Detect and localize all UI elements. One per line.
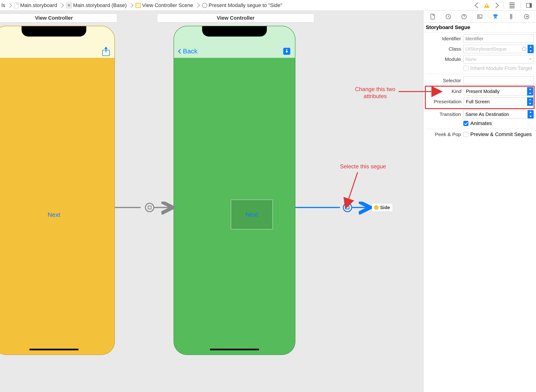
module-select[interactable]: None: [463, 55, 534, 63]
crumb-text: View Controller Scene: [142, 2, 193, 9]
segue-node-show[interactable]: [145, 203, 154, 212]
animates-checkbox[interactable]: [463, 121, 469, 126]
inspector-section-title: Storyboard Segue: [423, 23, 536, 33]
selector-input[interactable]: [463, 76, 534, 85]
inspector-panel: Storyboard Segue Identifier Class UIStor…: [423, 11, 536, 392]
scene-title-text: View Controller: [35, 15, 73, 21]
svg-rect-11: [478, 15, 479, 16]
segue-kind-icon: [346, 205, 349, 209]
crumb-segue[interactable]: Present Modally segue to "Side": [202, 2, 282, 9]
field-label: Module: [426, 56, 463, 62]
field-label: Peek & Pop: [426, 132, 463, 137]
svg-line-4: [348, 172, 358, 201]
crumb-text: Main.storyboard (Base): [73, 2, 127, 9]
class-select[interactable]: UIStoryboardSegue: [463, 45, 521, 53]
row-module: Module None: [426, 55, 534, 63]
kind-stepper[interactable]: [527, 87, 533, 96]
segue-node-present-modally[interactable]: [343, 203, 352, 212]
phone-preview[interactable]: Next: [0, 26, 115, 355]
inherit-module-checkbox[interactable]: [463, 66, 469, 71]
storyboard-canvas[interactable]: View Controller Next: [0, 11, 423, 392]
inspector-tab-file[interactable]: [428, 12, 437, 21]
field-label: Class: [426, 46, 463, 52]
field-label: Presentation: [426, 99, 464, 104]
chevron-right-icon: [59, 2, 65, 9]
row-peek-pop: Peek & Pop Preview & Commit Segues: [426, 131, 534, 137]
field-label: Kind: [426, 89, 464, 94]
annotation-select-segue: Selecte this segue: [340, 163, 386, 170]
highlight-box: Kind Present Modally Presentation Full S…: [425, 86, 535, 109]
nav-bar: [0, 44, 115, 59]
side-scene-mini[interactable]: Side: [372, 203, 393, 212]
separator: [504, 2, 504, 9]
chevron-right-icon: [128, 2, 134, 9]
home-indicator-icon: [210, 349, 259, 350]
container-view[interactable]: Next: [231, 200, 273, 229]
crumb-text: ls: [1, 2, 5, 9]
row-transition: Transition Same As Destination: [426, 110, 534, 118]
svg-rect-10: [477, 15, 482, 18]
row-identifier: Identifier: [426, 34, 534, 43]
svg-point-9: [464, 18, 464, 18]
next-button[interactable]: Next: [48, 211, 60, 219]
crumb-text: Present Modally segue to "Side": [209, 2, 282, 9]
presentation-select[interactable]: Full Screen: [464, 98, 527, 106]
crumb-scene[interactable]: View Controller Scene: [135, 2, 193, 9]
nav-back-button[interactable]: [474, 2, 480, 8]
button-label: Next: [245, 211, 258, 218]
class-stepper[interactable]: [527, 45, 534, 53]
scene-title-bar[interactable]: View Controller: [0, 14, 117, 23]
field-label: Identifier: [426, 36, 463, 42]
home-indicator-icon: [29, 349, 79, 350]
storyboard-file-icon: [14, 2, 19, 9]
crumb-text: Main.storyboard: [20, 2, 57, 9]
inspector-tab-help[interactable]: [460, 12, 468, 21]
breadcrumb-bar: ls Main.storyboard ⧉ Main.storyboard (Ba…: [0, 0, 536, 11]
row-animates: Animates: [426, 120, 534, 126]
segue-kind-icon: [148, 205, 152, 209]
button-label: Next: [48, 211, 60, 218]
annotation-change-attributes: Change this two attributes: [347, 86, 403, 100]
scene-title-bar[interactable]: View Controller: [157, 14, 314, 23]
assistant-panel-button[interactable]: [526, 3, 532, 8]
scene-view-controller-2[interactable]: View Controller Back Next: [173, 14, 314, 355]
crumb-file[interactable]: Main.storyboard: [14, 2, 57, 9]
inspector-tab-size[interactable]: [507, 12, 515, 21]
kind-select[interactable]: Present Modally: [464, 87, 527, 96]
back-label: Back: [183, 47, 197, 55]
field-label: Selector: [426, 78, 463, 83]
transition-select[interactable]: Same As Destination: [463, 110, 527, 118]
inspector-tab-history[interactable]: [444, 12, 453, 21]
scene-view-controller-1[interactable]: View Controller Next: [0, 14, 117, 355]
chevron-right-icon: [7, 2, 13, 9]
share-icon[interactable]: [102, 47, 110, 56]
row-inherit-module: Inherit Module From Target: [426, 65, 534, 71]
back-button[interactable]: Back: [179, 47, 197, 55]
inspector-tab-attributes[interactable]: [491, 12, 500, 21]
phone-preview[interactable]: Back Next: [173, 26, 295, 355]
crumb-prefix[interactable]: ls: [1, 2, 5, 9]
breadcrumb[interactable]: ls Main.storyboard ⧉ Main.storyboard (Ba…: [0, 2, 475, 9]
segue-icon: [202, 3, 207, 8]
outline-toggle-button[interactable]: [509, 3, 515, 8]
row-selector: Selector: [426, 76, 534, 85]
presentation-stepper[interactable]: [527, 98, 533, 106]
side-scene-label: Side: [380, 205, 390, 210]
inspector-tab-connections[interactable]: [522, 12, 531, 21]
row-presentation: Presentation Full Screen: [426, 98, 533, 106]
scene-icon: [135, 3, 141, 8]
identifier-input[interactable]: [463, 34, 534, 43]
inspector-tab-bar: [423, 11, 536, 23]
transition-stepper[interactable]: [527, 110, 534, 118]
checkbox-label: Inherit Module From Target: [470, 65, 532, 71]
inspector-tab-identity[interactable]: [475, 12, 484, 21]
peek-pop-checkbox[interactable]: [463, 132, 469, 137]
crumb-base[interactable]: ⧉ Main.storyboard (Base): [66, 2, 127, 9]
nav-forward-button[interactable]: [493, 2, 499, 8]
jump-to-class-button[interactable]: [521, 45, 527, 53]
warning-icon[interactable]: [484, 3, 490, 8]
download-icon[interactable]: [283, 48, 290, 55]
ib-file-icon: ⧉: [66, 3, 72, 8]
row-class: Class UIStoryboardSegue: [426, 45, 534, 53]
chevron-down-icon: [529, 59, 531, 60]
